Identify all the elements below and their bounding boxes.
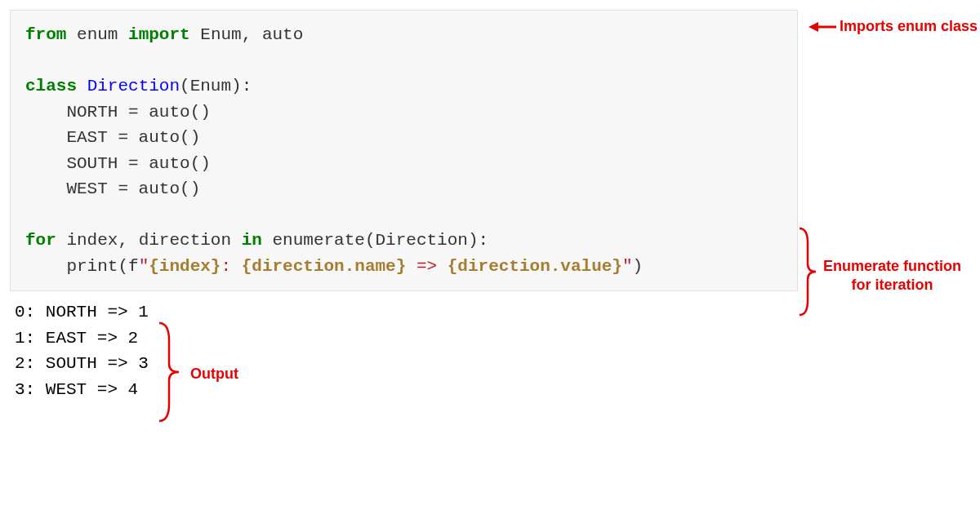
output-line: 2: SOUTH => 3 <box>15 354 149 373</box>
str-interp: {direction.name} <box>242 257 407 276</box>
annotation-text: for iteration <box>823 276 961 295</box>
brace-icon <box>158 320 182 424</box>
class-name: Direction <box>87 77 180 95</box>
output-block: 0: NORTH => 1 1: EAST => 2 2: SOUTH => 3… <box>10 299 970 402</box>
kw-import: import <box>128 25 190 44</box>
code-text: print(f <box>25 257 139 276</box>
output-line: 0: NORTH => 1 <box>15 303 149 321</box>
arrow-left-icon <box>808 20 838 34</box>
code-line: NORTH = auto() <box>25 103 211 122</box>
kw-for: for <box>25 231 56 250</box>
code-text: enum <box>66 25 128 44</box>
code-line: EAST = auto() <box>25 128 200 147</box>
code-block: from enum import Enum, auto class Direct… <box>10 10 798 291</box>
code-line: SOUTH = auto() <box>25 154 211 173</box>
code-line: WEST = auto() <box>25 179 200 198</box>
annotation-text: Enumerate function <box>823 257 961 276</box>
code-text: Enum, auto <box>190 25 304 44</box>
str-text: => <box>406 257 447 276</box>
annotation-enumerate: Enumerate function for iteration <box>823 257 961 294</box>
code-text: (Enum): <box>180 77 252 95</box>
kw-in: in <box>242 231 262 250</box>
str-interp: {index} <box>149 257 220 276</box>
str-quote: " <box>622 257 633 276</box>
annotation-output: Output <box>190 366 238 383</box>
kw-from: from <box>25 25 66 44</box>
code-text: ) <box>633 257 644 276</box>
annotation-text: Output <box>190 366 238 382</box>
brace-icon <box>798 227 819 317</box>
output-line: 1: EAST => 2 <box>15 329 138 348</box>
code-text: enumerate(Direction): <box>262 231 488 250</box>
output-line: 3: WEST => 4 <box>15 380 138 399</box>
code-text: index, direction <box>56 231 242 250</box>
annotation-imports: Imports enum class <box>808 18 978 35</box>
annotation-text: Imports enum class <box>840 18 978 34</box>
str-interp: {direction.value} <box>448 257 622 276</box>
str-quote: " <box>139 257 149 276</box>
svg-marker-1 <box>808 22 818 32</box>
kw-class: class <box>25 77 77 95</box>
code-text <box>77 77 87 95</box>
str-text: : <box>220 257 241 276</box>
